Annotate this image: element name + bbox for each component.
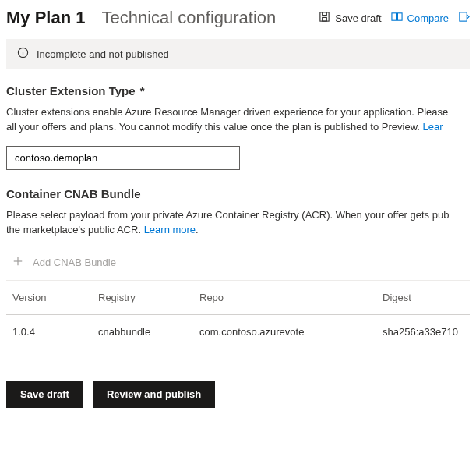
page-header: My Plan 1 Technical configuration Save d… <box>0 0 476 34</box>
cnab-title: Container CNAB Bundle <box>6 187 470 200</box>
cluster-extension-title: Cluster Extension Type * <box>6 84 470 97</box>
save-draft-command-label: Save draft <box>335 12 381 24</box>
col-version: Version <box>6 281 92 315</box>
info-icon <box>17 47 29 61</box>
cell-repo: com.contoso.azurevote <box>193 315 376 349</box>
plus-icon <box>12 256 23 269</box>
footer-actions: Save draft Review and publish <box>0 349 476 423</box>
save-draft-command[interactable]: Save draft <box>319 11 381 25</box>
col-digest: Digest <box>376 281 470 315</box>
cnab-desc-line2: the marketplace's public ACR. <box>6 224 144 236</box>
page-subtitle: Technical configuration <box>101 8 312 28</box>
cluster-extension-title-text: Cluster Extension Type <box>6 84 136 97</box>
save-draft-button[interactable]: Save draft <box>6 381 83 408</box>
compare-command[interactable]: Compare <box>391 11 449 25</box>
status-text: Incomplete and not published <box>37 48 169 60</box>
cluster-extension-section: Cluster Extension Type * Cluster extensi… <box>0 84 476 170</box>
col-registry: Registry <box>92 281 193 315</box>
cnab-section: Container CNAB Bundle Please select payl… <box>0 187 476 238</box>
header-divider <box>93 9 93 27</box>
add-cnab-label: Add CNAB Bundle <box>33 257 116 268</box>
status-banner: Incomplete and not published <box>6 39 470 69</box>
save-icon <box>319 11 330 25</box>
svg-rect-4 <box>460 12 467 21</box>
cluster-ext-learn-more-link[interactable]: Lear <box>423 121 443 133</box>
play-icon <box>458 11 470 25</box>
cell-registry: cnabbundle <box>92 315 193 349</box>
table-row[interactable]: 1.0.4 cnabbundle com.contoso.azurevote s… <box>6 315 470 349</box>
cnab-learn-more-suffix: . <box>196 224 199 236</box>
required-marker: * <box>140 84 145 97</box>
cnab-desc: Please select payload from your private … <box>6 208 470 238</box>
cell-digest: sha256:a33e710 <box>376 315 470 349</box>
cnab-bundle-table: Version Registry Repo Digest 1.0.4 cnabb… <box>6 281 470 349</box>
cluster-extension-desc: Cluster extensions enable Azure Resource… <box>6 105 470 135</box>
compare-icon <box>391 11 403 25</box>
overflow-command[interactable] <box>458 11 470 25</box>
command-bar: Save draft Compare <box>319 11 470 25</box>
cluster-extension-type-input[interactable] <box>6 146 240 170</box>
cluster-ext-desc-line1: Cluster extensions enable Azure Resource… <box>6 106 448 118</box>
svg-rect-2 <box>391 13 396 20</box>
compare-command-label: Compare <box>407 12 449 24</box>
cell-version: 1.0.4 <box>6 315 92 349</box>
svg-rect-0 <box>320 12 329 21</box>
col-repo: Repo <box>193 281 376 315</box>
plan-name: My Plan 1 <box>6 8 85 28</box>
table-header-row: Version Registry Repo Digest <box>6 281 470 315</box>
svg-rect-3 <box>397 13 402 20</box>
review-publish-button[interactable]: Review and publish <box>93 381 215 408</box>
cnab-desc-line1: Please select payload from your private … <box>6 209 449 221</box>
add-cnab-bundle-button[interactable]: Add CNAB Bundle <box>6 248 470 281</box>
cluster-ext-desc-line2: all your offers and plans. You cannot mo… <box>6 121 423 133</box>
cnab-learn-more-link[interactable]: Learn more <box>144 224 196 236</box>
svg-rect-1 <box>323 17 327 21</box>
